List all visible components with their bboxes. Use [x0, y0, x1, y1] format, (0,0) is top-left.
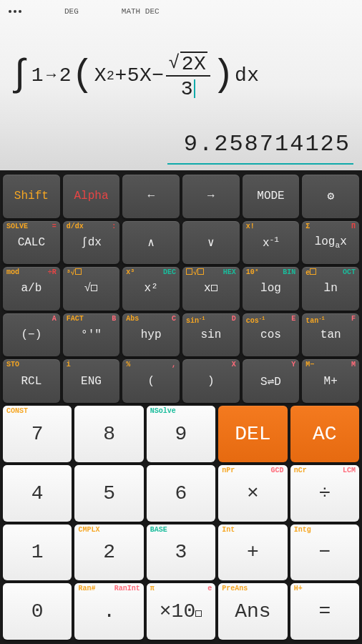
key-ln[interactable]: eOCTln: [302, 267, 359, 311]
key-alpha-label: LCM: [343, 467, 356, 474]
key-m+[interactable]: M−MM+: [302, 359, 359, 403]
key-shift-label: M−: [305, 361, 314, 369]
key-sin[interactable]: sin-1Dsin: [182, 313, 240, 357]
key-main-label: 4: [31, 482, 44, 504]
key-main-label: 7: [31, 423, 44, 445]
key-main-label: 1: [31, 541, 44, 563]
key-main-label: √: [84, 282, 99, 295]
key-main-label: −: [318, 541, 331, 563]
key-alpha-label: e: [207, 585, 212, 592]
key-1[interactable]: 1: [3, 525, 72, 581]
key-7[interactable]: CONST7: [3, 406, 72, 462]
key-ans[interactable]: PreAnsAns: [218, 583, 287, 640]
key-main-label: a/b: [21, 282, 41, 295]
key-shift[interactable]: Shift: [3, 175, 60, 218]
key-cos[interactable]: cos-1Ecos: [243, 313, 300, 357]
key-alpha-label: F: [351, 315, 356, 323]
menu-dots-icon[interactable]: [9, 10, 21, 13]
key-9[interactable]: NSolve9: [147, 406, 215, 462]
key-alpha-label: BIN: [283, 268, 295, 276]
key-shift-label: CONST: [6, 407, 28, 415]
key-∫dx[interactable]: d/dx:∫dx: [63, 221, 120, 265]
key-+[interactable]: Int+: [218, 525, 287, 581]
key-main-label: ×: [247, 482, 259, 504]
key-shift-label: cos-1: [246, 315, 265, 325]
key-0[interactable]: 0: [3, 583, 72, 640]
key-shift-label: STO: [6, 361, 19, 369]
settings-icon[interactable]: ⚙: [302, 175, 359, 218]
key-÷[interactable]: nCrLCM÷: [290, 465, 359, 522]
key-hyp[interactable]: AbsChyp: [122, 313, 180, 357]
key-del[interactable]: DEL: [218, 406, 287, 462]
key-main-label: 9: [175, 423, 187, 445]
key-×[interactable]: nPrGCD×: [218, 465, 287, 522]
key-alpha-label: C: [172, 315, 176, 323]
key-main-label: ): [207, 375, 215, 388]
key-([interactable]: %,(: [122, 359, 180, 403]
key-mode[interactable]: MODE: [243, 175, 300, 218]
arrow-icon: →: [47, 67, 57, 84]
key-main-label: MODE: [257, 190, 284, 203]
key-alpha-label: OCT: [343, 268, 356, 276]
key-shift-label: PreAns: [222, 585, 248, 592]
key-main-label: =: [318, 600, 331, 623]
key-main-label: RCL: [21, 375, 41, 388]
key-shift-label: FACT: [67, 315, 84, 323]
key-main-label: log: [260, 282, 281, 295]
key-)[interactable]: X): [182, 359, 240, 403]
key-main-label: ×10: [160, 600, 202, 623]
key-−[interactable]: Intg−: [290, 525, 359, 581]
key-x²[interactable]: x³DECx²: [122, 267, 180, 311]
key-∨[interactable]: ∨: [182, 221, 240, 265]
key-main-label: ∨: [207, 235, 215, 250]
expression-display[interactable]: ∫ 1 → 2 ( X2 +5X− √2X 3 ) dx: [9, 17, 353, 131]
key-←[interactable]: ←: [122, 175, 180, 218]
key-main-label: 5: [103, 482, 115, 504]
keypad: ShiftAlpha←→MODE⚙SOLVE=CALCd/dx:∫dx∧∨x!x…: [0, 170, 362, 644]
key-main-label: 8: [103, 423, 115, 445]
angle-mode: DEG: [64, 7, 79, 16]
key-→[interactable]: →: [182, 175, 240, 218]
key-shift-label: Ran#: [78, 585, 95, 592]
key-shift-label: d/dx: [67, 223, 84, 230]
key-shift-label: sin-1: [186, 315, 205, 325]
key-5[interactable]: 5: [74, 465, 143, 522]
key-calc[interactable]: SOLVE=CALC: [3, 221, 60, 265]
key-√□[interactable]: ³√√: [63, 267, 120, 311]
key-(−)[interactable]: A(−): [3, 313, 60, 357]
key-x⁻¹[interactable]: x!x-1: [243, 221, 300, 265]
key-shift-label: 10ˣ: [246, 268, 259, 276]
key-eng[interactable]: iENG: [63, 359, 120, 403]
key-6[interactable]: 6: [147, 465, 215, 522]
key-logₐx[interactable]: ΣΠlogax: [302, 221, 359, 265]
key-tan[interactable]: tan-1Ftan: [302, 313, 359, 357]
status-bar: DEG MATH DEC: [9, 6, 353, 17]
key-4[interactable]: 4: [3, 465, 72, 522]
key-2[interactable]: CMPLX2: [74, 525, 143, 581]
key-s⇌d[interactable]: YS⇌D: [243, 359, 300, 403]
result-display: 9.258714125: [167, 131, 353, 165]
key-x□[interactable]: √HEXx: [182, 267, 240, 311]
key-×10□[interactable]: πe×10: [147, 583, 215, 640]
key-shift-label: Intg: [294, 526, 311, 534]
key-alpha-label: D: [232, 315, 236, 323]
key-main-label: +: [247, 541, 259, 563]
key-rcl[interactable]: STORCL: [3, 359, 60, 403]
key-alpha[interactable]: Alpha: [63, 175, 120, 218]
key-main-label: .: [103, 600, 115, 623]
key-ac[interactable]: AC: [290, 406, 359, 462]
key-°'"[interactable]: FACTB°'": [63, 313, 120, 357]
key-=[interactable]: H+=: [290, 583, 359, 640]
key-.[interactable]: Ran#RanInt.: [74, 583, 143, 640]
key-main-label: ln: [324, 282, 338, 295]
key-3[interactable]: BASE3: [147, 525, 215, 581]
key-alpha-label: Π: [351, 223, 356, 230]
key-shift-label: √: [186, 268, 205, 277]
key-8[interactable]: 8: [74, 406, 143, 462]
key-a/b[interactable]: mod÷Ra/b: [3, 267, 60, 311]
key-∧[interactable]: ∧: [122, 221, 180, 265]
key-log[interactable]: 10ˣBINlog: [243, 267, 300, 311]
key-shift-label: Abs: [126, 315, 139, 323]
key-alpha-label: HEX: [223, 268, 236, 276]
key-main-label: tan: [321, 328, 341, 341]
